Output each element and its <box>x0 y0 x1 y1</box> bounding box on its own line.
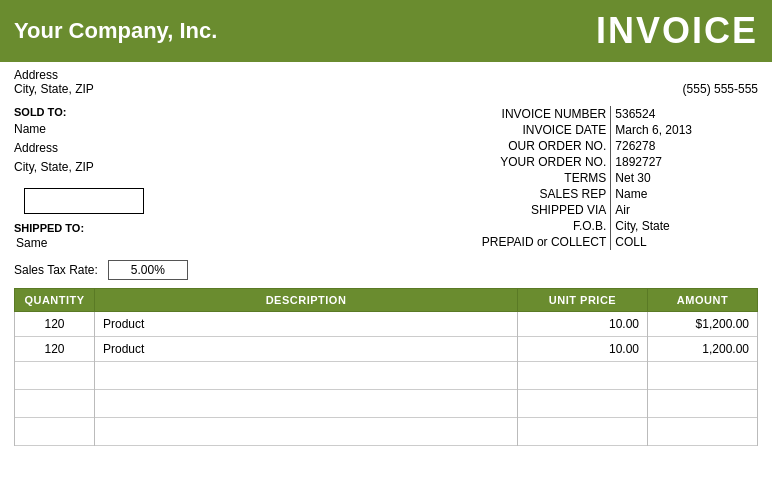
barcode-box <box>24 188 144 214</box>
qty-cell: 120 <box>15 312 95 337</box>
prepaid-value: COLL <box>611 234 758 250</box>
shipped-to-value: Same <box>14 236 418 250</box>
invoice-date-value: March 6, 2013 <box>611 122 758 138</box>
your-order-value: 1892727 <box>611 154 758 170</box>
sold-to-label: SOLD TO: <box>14 106 418 118</box>
shipped-via-label: SHIPPED VIA <box>418 202 611 218</box>
address-line1: Address <box>14 68 94 82</box>
sold-to-name: Name <box>14 120 418 139</box>
table-row: 120 Product 10.00 $1,200.00 <box>15 312 758 337</box>
phone-number: (555) 555-555 <box>683 82 758 96</box>
your-order-label: YOUR ORDER NO. <box>418 154 611 170</box>
sales-rep-row: SALES REP Name <box>418 186 758 202</box>
invoice-number-label: INVOICE NUMBER <box>418 106 611 122</box>
price-cell-empty <box>518 418 648 446</box>
address-phone: (555) 555-555 <box>683 68 758 96</box>
left-section: SOLD TO: Name Address City, State, ZIP S… <box>14 106 418 250</box>
invoice-date-label: INVOICE DATE <box>418 122 611 138</box>
shipped-via-value: Air <box>611 202 758 218</box>
terms-value: Net 30 <box>611 170 758 186</box>
fob-label: F.O.B. <box>418 218 611 234</box>
address-line2: City, State, ZIP <box>14 82 94 96</box>
amount-cell-empty <box>648 362 758 390</box>
invoice-number-row: INVOICE NUMBER 536524 <box>418 106 758 122</box>
desc-cell-empty <box>95 418 518 446</box>
amount-cell-empty <box>648 390 758 418</box>
shipped-to-section: SHIPPED TO: Same <box>14 222 418 250</box>
address-bar: Address City, State, ZIP (555) 555-555 <box>0 62 772 98</box>
tax-rate-label: Sales Tax Rate: <box>14 263 98 277</box>
company-name: Your Company, Inc. <box>14 18 217 44</box>
main-content: SOLD TO: Name Address City, State, ZIP S… <box>0 98 772 250</box>
shipped-to-label: SHIPPED TO: <box>14 222 418 234</box>
price-cell-empty <box>518 362 648 390</box>
tax-rate-row: Sales Tax Rate: <box>0 250 772 288</box>
invoice-number-value: 536524 <box>611 106 758 122</box>
amount-cell-empty <box>648 418 758 446</box>
invoice-date-row: INVOICE DATE March 6, 2013 <box>418 122 758 138</box>
qty-cell-empty <box>15 362 95 390</box>
desc-cell-empty <box>95 362 518 390</box>
page-header: Your Company, Inc. INVOICE <box>0 0 772 62</box>
fob-row: F.O.B. City, State <box>418 218 758 234</box>
table-row-empty <box>15 418 758 446</box>
price-cell-empty <box>518 390 648 418</box>
desc-cell: Product <box>95 312 518 337</box>
our-order-label: OUR ORDER NO. <box>418 138 611 154</box>
table-row-empty <box>15 362 758 390</box>
table-row: 120 Product 10.00 1,200.00 <box>15 337 758 362</box>
unit-price-header: UNIT PRICE <box>518 289 648 312</box>
address-left: Address City, State, ZIP <box>14 68 94 96</box>
our-order-value: 726278 <box>611 138 758 154</box>
invoice-title: INVOICE <box>596 10 758 52</box>
desc-cell-empty <box>95 390 518 418</box>
right-section: INVOICE NUMBER 536524 INVOICE DATE March… <box>418 106 758 250</box>
shipped-via-row: SHIPPED VIA Air <box>418 202 758 218</box>
terms-label: TERMS <box>418 170 611 186</box>
table-row-empty <box>15 390 758 418</box>
price-cell: 10.00 <box>518 337 648 362</box>
qty-cell-empty <box>15 418 95 446</box>
your-order-row: YOUR ORDER NO. 1892727 <box>418 154 758 170</box>
our-order-row: OUR ORDER NO. 726278 <box>418 138 758 154</box>
sales-rep-label: SALES REP <box>418 186 611 202</box>
product-table-wrapper: QUANTITY DESCRIPTION UNIT PRICE AMOUNT 1… <box>0 288 772 446</box>
quantity-header: QUANTITY <box>15 289 95 312</box>
sold-to-info: Name Address City, State, ZIP <box>14 120 418 178</box>
qty-cell: 120 <box>15 337 95 362</box>
table-header-row: QUANTITY DESCRIPTION UNIT PRICE AMOUNT <box>15 289 758 312</box>
terms-row: TERMS Net 30 <box>418 170 758 186</box>
prepaid-label: PREPAID or COLLECT <box>418 234 611 250</box>
sales-rep-value: Name <box>611 186 758 202</box>
amount-cell: $1,200.00 <box>648 312 758 337</box>
description-header: DESCRIPTION <box>95 289 518 312</box>
invoice-details-table: INVOICE NUMBER 536524 INVOICE DATE March… <box>418 106 758 250</box>
prepaid-row: PREPAID or COLLECT COLL <box>418 234 758 250</box>
amount-header: AMOUNT <box>648 289 758 312</box>
price-cell: 10.00 <box>518 312 648 337</box>
qty-cell-empty <box>15 390 95 418</box>
amount-cell: 1,200.00 <box>648 337 758 362</box>
sold-to-city: City, State, ZIP <box>14 158 418 177</box>
product-table: QUANTITY DESCRIPTION UNIT PRICE AMOUNT 1… <box>14 288 758 446</box>
fob-value: City, State <box>611 218 758 234</box>
tax-rate-input[interactable] <box>108 260 188 280</box>
sold-to-address: Address <box>14 139 418 158</box>
desc-cell: Product <box>95 337 518 362</box>
